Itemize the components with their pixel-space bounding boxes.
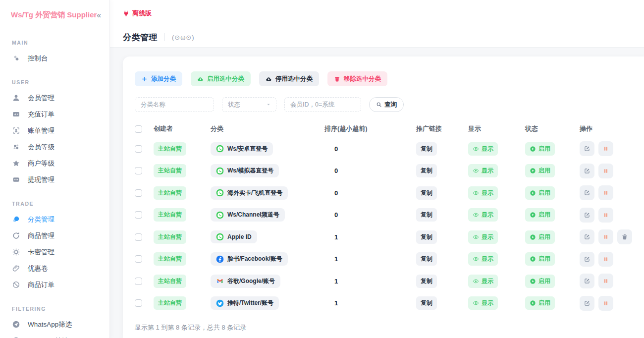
display-badge[interactable]: 显示 xyxy=(468,230,498,244)
display-badge[interactable]: 显示 xyxy=(468,164,498,177)
whatsapp-icon xyxy=(216,189,224,197)
table-row: 主站自营 Apple ID 1 复制 显示 启用 xyxy=(135,226,632,248)
creator-badge: 主站自营 xyxy=(154,230,186,244)
creator-badge: 主站自营 xyxy=(154,296,186,310)
display-badge[interactable]: 显示 xyxy=(468,208,498,222)
pause-icon xyxy=(602,233,609,240)
copy-link-button[interactable]: 复制 xyxy=(416,252,437,266)
status-badge[interactable]: 启用 xyxy=(525,186,555,200)
table-row: 主站自营 海外实卡/飞机直登号 0 复制 显示 启用 xyxy=(135,182,632,204)
display-badge[interactable]: 显示 xyxy=(468,186,498,200)
whatsapp-icon xyxy=(216,211,224,219)
dashboard-icon xyxy=(12,54,20,62)
sidebar-item-product-management[interactable]: 商品管理 xyxy=(0,227,109,244)
copy-link-button[interactable]: 复制 xyxy=(416,186,437,200)
sidebar-item-whatsapp-filter[interactable]: WhatsApp筛选 xyxy=(0,316,109,333)
enable-selected-button[interactable]: 启用选中分类 xyxy=(191,71,251,86)
table-body: 主站自营 Ws/安卓直登号 0 复制 显示 启用 xyxy=(135,138,632,314)
status-select[interactable]: 状态 xyxy=(222,97,276,112)
whatsapp-icon xyxy=(216,167,224,175)
add-category-button[interactable]: 添加分类 xyxy=(135,71,182,86)
display-badge[interactable]: 显示 xyxy=(468,275,498,288)
row-checkbox[interactable] xyxy=(135,211,142,219)
member-id-input[interactable] xyxy=(284,97,361,112)
row-checkbox[interactable] xyxy=(135,233,142,241)
category-name-input[interactable] xyxy=(135,97,214,112)
sidebar-item-coupons[interactable]: 优惠卷 xyxy=(0,260,109,277)
sort-value: 1 xyxy=(324,299,416,307)
category-pill: Apple ID xyxy=(211,230,257,243)
status-badge[interactable]: 启用 xyxy=(525,252,555,266)
pause-button[interactable] xyxy=(598,185,613,200)
pause-button[interactable] xyxy=(598,252,613,267)
disable-selected-button[interactable]: 停用选中分类 xyxy=(259,71,319,86)
card-icon xyxy=(12,110,20,118)
edit-button[interactable] xyxy=(580,274,594,288)
sidebar-item-member-management[interactable]: 会员管理 xyxy=(0,90,109,106)
row-checkbox[interactable] xyxy=(135,145,142,153)
row-checkbox[interactable] xyxy=(135,189,142,197)
status-badge[interactable]: 启用 xyxy=(525,164,555,177)
copy-link-button[interactable]: 复制 xyxy=(416,142,437,156)
status-badge[interactable]: 启用 xyxy=(525,230,555,244)
display-badge[interactable]: 显示 xyxy=(468,142,498,156)
pause-button[interactable] xyxy=(598,229,613,244)
delete-button[interactable] xyxy=(617,229,632,244)
sidebar-item-withdrawal-management[interactable]: 提现管理 xyxy=(0,171,109,188)
paperclip-icon xyxy=(12,264,20,273)
edit-button[interactable] xyxy=(580,185,594,200)
sidebar-item-telegram-filter[interactable]: Telegram筛选 xyxy=(0,333,109,338)
copy-link-button[interactable]: 复制 xyxy=(416,230,437,244)
sidebar-item-member-levels[interactable]: 会员等级 xyxy=(0,139,109,155)
display-badge[interactable]: 显示 xyxy=(468,296,498,310)
edit-icon xyxy=(584,233,590,240)
edit-icon xyxy=(584,278,590,284)
category-pill: 海外实卡/飞机直登号 xyxy=(211,186,288,200)
status-badge[interactable]: 启用 xyxy=(525,275,555,288)
sidebar-item-recharge-orders[interactable]: 充值订单 xyxy=(0,106,109,122)
sidebar-section-label: TRADE xyxy=(12,201,109,207)
sidebar-item-card-key-management[interactable]: 卡密管理 xyxy=(0,244,109,260)
star-icon xyxy=(12,159,20,168)
category-pill: 脸书/Facebook/账号 xyxy=(211,252,288,266)
pause-button[interactable] xyxy=(598,274,613,288)
pause-button[interactable] xyxy=(598,296,613,311)
sidebar-section: FILTERING WhatsApp筛选 Telegram筛选 xyxy=(0,306,109,338)
edit-button[interactable] xyxy=(580,252,594,267)
edit-button[interactable] xyxy=(580,141,594,156)
row-checkbox[interactable] xyxy=(135,167,142,174)
copy-link-button[interactable]: 复制 xyxy=(416,296,437,310)
status-badge[interactable]: 启用 xyxy=(525,142,555,156)
row-checkbox[interactable] xyxy=(135,299,142,307)
pause-button[interactable] xyxy=(598,141,613,156)
row-checkbox[interactable] xyxy=(135,255,142,263)
status-badge[interactable]: 启用 xyxy=(525,208,555,222)
sidebar-section: MAIN 控制台 xyxy=(0,40,109,66)
remove-selected-button[interactable]: 移除选中分类 xyxy=(327,71,387,86)
edit-icon xyxy=(584,145,590,152)
pause-button[interactable] xyxy=(598,208,613,223)
page-subtitle: (⊙ω⊙) xyxy=(172,34,195,41)
select-all-checkbox[interactable] xyxy=(135,125,142,133)
sidebar-item-console[interactable]: 控制台 xyxy=(0,50,109,66)
sort-value: 1 xyxy=(324,255,416,263)
edit-button[interactable] xyxy=(580,164,594,178)
sidebar-item-merchant-levels[interactable]: 商户等级 xyxy=(0,155,109,171)
edit-button[interactable] xyxy=(580,296,594,311)
send-icon xyxy=(12,320,20,329)
edit-button[interactable] xyxy=(580,208,594,223)
copy-link-button[interactable]: 复制 xyxy=(416,164,437,177)
sidebar-item-category-management[interactable]: 分类管理 xyxy=(0,211,109,227)
status-badge[interactable]: 启用 xyxy=(525,296,555,310)
sidebar-item-billing-management[interactable]: 账单管理 xyxy=(0,122,109,139)
copy-link-button[interactable]: 复制 xyxy=(416,208,437,222)
pause-button[interactable] xyxy=(598,164,613,178)
search-button[interactable]: 查询 xyxy=(369,97,404,112)
edit-button[interactable] xyxy=(580,229,594,244)
display-badge[interactable]: 显示 xyxy=(468,252,498,266)
sort-value: 0 xyxy=(324,145,416,153)
sidebar-item-product-orders[interactable]: 商品订单 xyxy=(0,277,109,293)
copy-link-button[interactable]: 复制 xyxy=(416,275,437,288)
sidebar-collapse-icon[interactable]: « xyxy=(97,11,101,19)
row-checkbox[interactable] xyxy=(135,278,142,285)
